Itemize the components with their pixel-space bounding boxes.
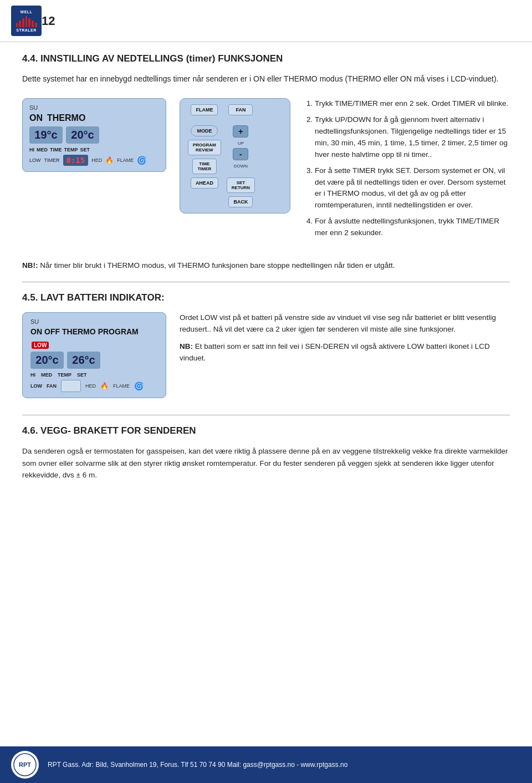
battery-description: Ordet LOW vist på et batteri på venstre … <box>180 312 510 370</box>
minus-button[interactable]: - <box>233 148 248 160</box>
section-46-title: 4.6. VEGG- BRAKETT FOR SENDEREN <box>22 425 510 436</box>
device-su-label: SU <box>29 104 159 111</box>
battery-device-diagram: SU ON OFF THERMO PROGRAM LOW 20°c 26°c <box>22 312 166 398</box>
section-46-text: Da senderen også er termostaten for gass… <box>22 445 510 481</box>
battery-desc-1: Ordet LOW vist på et batteri på venstre … <box>180 312 510 335</box>
section-46: 4.6. VEGG- BRAKETT FOR SENDEREN Da sende… <box>22 425 510 481</box>
instruction-1: Trykk TIME/TIMER mer enn 2 sek. Ordet TI… <box>315 98 510 110</box>
set-return-button[interactable]: SET RETURN <box>227 177 255 193</box>
batt-flame-icon: 🔥 <box>100 382 109 390</box>
batt-bottom-row: LOW FAN HED 🔥 FLAME 🌀 <box>30 380 158 392</box>
instruction-4: For å avslutte nedtellingsfunksjonen, tr… <box>315 216 510 239</box>
flame-icon: 🔥 <box>105 156 114 164</box>
ahead-button[interactable]: AHEAD <box>191 177 218 189</box>
label-timer: TIMER <box>44 157 60 163</box>
batt-label-med: MED <box>41 372 52 378</box>
nb-text-2: Et batteri som er satt inn feil vei i SE… <box>180 342 490 362</box>
bar-7 <box>35 23 37 27</box>
label-time: TIME <box>50 147 62 152</box>
label-temp: TEMP <box>64 147 78 152</box>
remote-wrapper: FLAME MODE PROGRAM REVIEW TIME TIMER AHE… <box>188 104 282 207</box>
batt-flame-label: FLAME <box>113 383 130 389</box>
plus-button[interactable]: + <box>233 125 248 138</box>
instructions-ol: Trykk TIME/TIMER mer enn 2 sek. Ordet TI… <box>304 98 510 239</box>
mode-button[interactable]: MODE <box>191 125 218 136</box>
section-45-title: 4.5. LAVT BATTERI INDIKATOR: <box>22 292 510 303</box>
svg-text:RPT: RPT <box>19 761 31 768</box>
batt-fan-icon: 🌀 <box>134 382 144 390</box>
wellstraler-logo: WELL STRALER <box>11 6 42 36</box>
section-45: 4.5. LAVT BATTERI INDIKATOR: SU ON OFF T… <box>22 292 510 398</box>
instructions-list: Trykk TIME/TIMER mer enn 2 sek. Ordet TI… <box>304 98 510 243</box>
device-bottom-row: LOW TIMER 0:15 HED 🔥 FLAME 🌀 <box>29 155 159 166</box>
footer: RPT RPT Gass. Adr: Bild, Svanholmen 19, … <box>0 746 532 783</box>
page-number: 12 <box>42 14 55 28</box>
wellstraler-bars <box>16 15 37 27</box>
batt-label-hi: HI <box>30 372 35 378</box>
label-low: LOW <box>29 157 41 163</box>
bar-6 <box>32 21 34 27</box>
fan-icon: 🌀 <box>137 156 146 165</box>
remote-left-col: FLAME MODE PROGRAM REVIEW TIME TIMER AHE… <box>188 104 221 189</box>
batt-temp-value-1: 20°c <box>35 354 58 366</box>
footer-text: RPT Gass. Adr: Bild, Svanholmen 19, Foru… <box>48 761 347 769</box>
batt-program: PROGRAM <box>98 327 139 336</box>
device-temp-display: 19°c 20°c <box>29 126 159 144</box>
batt-temp-row: 20°c 26°c <box>30 352 158 369</box>
device-top-row: ON THERMO <box>29 113 159 123</box>
fan-button[interactable]: FAN <box>228 104 253 115</box>
section-44-title: 4.4. INNSTILLING AV NEDTELLINGS (timer) … <box>22 53 510 64</box>
batt-label-low: LOW <box>30 383 42 389</box>
bar-4 <box>25 16 28 27</box>
plus-minus-group: + UP - DOWN <box>233 125 248 169</box>
flame-button[interactable]: FLAME <box>191 104 218 115</box>
batt-thermo: THERMO <box>62 327 96 336</box>
bar-5 <box>28 18 30 27</box>
label-med: MED <box>37 147 48 152</box>
timer-display: 0:15 <box>63 155 89 166</box>
label-hi: HI <box>29 147 34 152</box>
nb-strong: NB!: <box>22 261 38 270</box>
divider-1 <box>22 282 510 282</box>
instruction-2: Trykk UP/DOWN for å gå gjennom hvert alt… <box>315 114 510 161</box>
wellstraler-bottom-text: STRALER <box>16 28 37 32</box>
batt-label-fan: FAN <box>47 383 57 389</box>
down-label: DOWN <box>234 164 248 169</box>
batt-su-label: SU <box>30 318 158 325</box>
back-button[interactable]: BACK <box>228 196 253 207</box>
device-on-label: ON <box>29 113 43 123</box>
section-44: 4.4. INNSTILLING AV NEDTELLINGS (timer) … <box>22 53 510 272</box>
time-timer-button[interactable]: TIME TIMER <box>192 159 217 174</box>
header: WELL STRALER 12 <box>0 0 532 42</box>
batt-temp-value-2: 26°c <box>72 354 95 366</box>
batt-label-temp: TEMP <box>58 372 71 378</box>
temp-box-2: 20°c <box>66 126 99 144</box>
label-hed: HED <box>91 157 102 163</box>
batt-labels-row: HI MED TEMP SET <box>30 372 158 378</box>
temp-box-1: 19°c <box>29 126 63 144</box>
battery-desc-2: NB: Et batteri som er satt inn feil vei … <box>180 341 510 364</box>
device-diagram: SU ON THERMO 19°c 20°c HI MED TIME <box>22 98 166 172</box>
rpt-logo-svg: RPT <box>13 753 37 777</box>
batt-off: OFF <box>44 327 60 336</box>
wellstraler-top-text: WELL <box>21 10 33 14</box>
temp-value-1: 19°c <box>34 129 57 141</box>
device-thermo-label: THERMO <box>47 113 85 123</box>
bar-1 <box>16 23 18 27</box>
batt-label-set: SET <box>77 372 87 378</box>
batt-temp-box-1: 20°c <box>30 352 64 369</box>
low-battery-badge: LOW <box>32 342 49 349</box>
nb-note: NB!: Når timer blir brukt i THERMO modus… <box>22 260 510 272</box>
device-labels-top: HI MED TIME TEMP SET <box>29 147 159 152</box>
up-label: UP <box>238 141 244 146</box>
remote-right-col: FAN + UP - DOWN SET RETURN BACK <box>227 104 255 207</box>
timer-section: SU ON THERMO 19°c 20°c HI MED TIME <box>22 98 510 243</box>
rpt-logo-circle: RPT <box>11 751 39 779</box>
batt-hed-label: HED <box>85 383 96 389</box>
program-review-button[interactable]: PROGRAM REVIEW <box>188 140 221 155</box>
bar-2 <box>19 21 21 27</box>
bar-3 <box>22 18 24 27</box>
main-content: 4.4. INNSTILLING AV NEDTELLINGS (timer) … <box>0 42 532 509</box>
instruction-3: For å sette TIMER trykk SET. Dersom syst… <box>315 165 510 212</box>
divider-2 <box>22 415 510 415</box>
